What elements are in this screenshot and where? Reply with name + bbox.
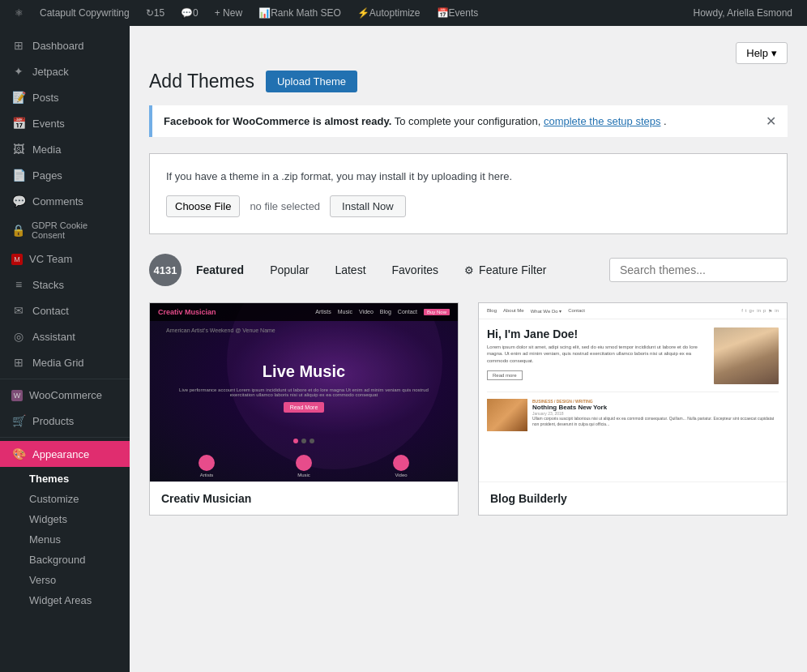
comments-icon: 💬 — [181, 7, 193, 19]
notice-text: Facebook for WooCommerce is almost ready… — [164, 115, 667, 127]
rankmath-button[interactable]: 📊 Rank Math SEO — [250, 0, 349, 26]
sidebar-sub-customize[interactable]: Customize — [0, 489, 130, 509]
notice-close-button[interactable]: ✕ — [766, 113, 776, 129]
sidebar-item-label: Events — [32, 118, 65, 130]
sidebar-item-appearance[interactable]: 🎨 Appearance — [0, 441, 130, 467]
filter-tab-popular[interactable]: Popular — [258, 257, 320, 283]
gear-icon: ⚙ — [464, 264, 474, 276]
sidebar-item-media[interactable]: 🖼 Media — [0, 136, 130, 162]
notice-bar: Facebook for WooCommerce is almost ready… — [149, 105, 788, 137]
sidebar-item-label: GDPR Cookie Consent — [32, 220, 118, 240]
updates-icon: ↻ — [146, 7, 154, 19]
theme1-name: Creativ Musician — [161, 492, 446, 505]
sidebar-item-vcteam[interactable]: M VC Team — [0, 246, 130, 272]
sidebar-sub-menus[interactable]: Menus — [0, 529, 130, 550]
theme-card-creativ-musician[interactable]: Creativ Musician ArtistsMusicVideoBlogCo… — [149, 302, 459, 516]
install-now-button[interactable]: Install Now — [330, 195, 406, 217]
rankmath-icon: 📊 — [258, 7, 271, 19]
dashboard-icon: ⊞ — [11, 39, 26, 52]
autoptimize-icon: ⚡ — [357, 7, 369, 19]
wp-logo-icon[interactable]: ⚛ — [6, 0, 32, 26]
sidebar-item-label: WooCommerce — [29, 389, 102, 401]
main-content: Help ▾ Add Themes Upload Theme Facebook … — [130, 26, 807, 672]
sidebar-item-label: Assistant — [32, 331, 75, 343]
sidebar-item-contact[interactable]: ✉ Contact — [0, 297, 130, 323]
search-themes-input[interactable] — [609, 258, 788, 282]
theme1-preview: Creativ Musician ArtistsMusicVideoBlogCo… — [150, 303, 458, 482]
contact-icon: ✉ — [11, 304, 26, 317]
file-upload-row: Choose File no file selected Install Now — [166, 195, 771, 217]
sidebar-item-assistant[interactable]: ◎ Assistant — [0, 323, 130, 349]
comments-button[interactable]: 💬 0 — [173, 0, 207, 26]
appearance-submenu: Themes Customize Widgets Menus Backgroun… — [0, 469, 130, 610]
appearance-icon: 🎨 — [11, 447, 26, 460]
sidebar-item-woocommerce[interactable]: W WooCommerce — [0, 383, 130, 408]
theme-grid: Creativ Musician ArtistsMusicVideoBlogCo… — [149, 302, 788, 516]
mediagrid-icon: ⊞ — [11, 356, 26, 369]
site-name[interactable]: Catapult Copywriting — [32, 0, 138, 26]
page-wrapper: ⊞ Dashboard ✦ Jetpack 📝 Posts 📅 Events 🖼… — [0, 26, 807, 672]
stacks-icon: ≡ — [11, 278, 26, 291]
theme2-name: Blog Builderly — [490, 492, 775, 505]
sidebar-item-label: Contact — [32, 305, 69, 317]
adminbar-right: Howdy, Ariella Esmond — [685, 0, 801, 26]
sidebar-item-label: Media — [32, 143, 61, 156]
sidebar-item-comments[interactable]: 💬 Comments — [0, 188, 130, 214]
filter-tab-latest[interactable]: Latest — [323, 257, 377, 283]
sidebar-sub-verso[interactable]: Verso — [0, 570, 130, 590]
sidebar-item-label: Products — [32, 415, 74, 427]
events-button[interactable]: 📅 Events — [429, 0, 487, 26]
howdy-user[interactable]: Howdy, Ariella Esmond — [685, 0, 801, 26]
sidebar-item-pages[interactable]: 📄 Pages — [0, 162, 130, 188]
theme1-footer: Creativ Musician — [150, 482, 458, 515]
upload-hint: If you have a theme in a .zip format, yo… — [166, 170, 771, 182]
page-header: Add Themes Upload Theme — [149, 71, 788, 92]
upload-theme-button[interactable]: Upload Theme — [266, 71, 357, 92]
sidebar-item-label: Stacks — [32, 279, 64, 291]
sidebar: ⊞ Dashboard ✦ Jetpack 📝 Posts 📅 Events 🖼… — [0, 26, 130, 672]
sidebar-sub-widgets[interactable]: Widgets — [0, 509, 130, 529]
sidebar-sub-themes[interactable]: Themes — [0, 469, 130, 489]
sidebar-item-posts[interactable]: 📝 Posts — [0, 84, 130, 110]
filter-tab-featured[interactable]: Featured — [185, 257, 255, 283]
vcteam-icon: M — [11, 254, 23, 265]
sidebar-item-stacks[interactable]: ≡ Stacks — [0, 272, 130, 297]
theme-card-blog-builderly[interactable]: BlogAbout MeWhat We Do ▾Contact ftg+inp⚑… — [478, 302, 788, 516]
sidebar-item-dashboard[interactable]: ⊞ Dashboard — [0, 32, 130, 58]
sidebar-item-label: Pages — [32, 169, 62, 182]
choose-file-button[interactable]: Choose File — [166, 195, 240, 217]
events-icon: 📅 — [437, 7, 449, 19]
sidebar-item-gdpr[interactable]: 🔒 GDPR Cookie Consent — [0, 214, 130, 246]
help-button[interactable]: Help ▾ — [736, 42, 788, 64]
sidebar-item-label: Comments — [32, 195, 83, 208]
upload-section: If you have a theme in a .zip format, yo… — [149, 153, 788, 234]
sidebar-sub-background[interactable]: Background — [0, 550, 130, 570]
updates-button[interactable]: ↻ 15 — [138, 0, 173, 26]
autoptimize-button[interactable]: ⚡ Autoptimize — [349, 0, 429, 26]
sidebar-item-jetpack[interactable]: ✦ Jetpack — [0, 58, 130, 84]
products-icon: 🛒 — [11, 414, 26, 427]
theme2-footer: Blog Builderly — [479, 482, 787, 515]
theme-filters: 4131 Featured Popular Latest Favorites ⚙… — [149, 254, 788, 286]
gdpr-icon: 🔒 — [11, 224, 25, 237]
sidebar-item-label: VC Team — [29, 253, 72, 265]
sidebar-sub-widget-areas[interactable]: Widget Areas — [0, 590, 130, 610]
assistant-icon: ◎ — [11, 330, 26, 343]
sidebar-item-label: Posts — [32, 92, 59, 104]
sidebar-item-products[interactable]: 🛒 Products — [0, 408, 130, 434]
sidebar-item-events[interactable]: 📅 Events — [0, 110, 130, 136]
comments-icon: 💬 — [11, 195, 26, 208]
admin-bar: ⚛ Catapult Copywriting ↻ 15 💬 0 + New 📊 … — [0, 0, 807, 26]
pages-icon: 📄 — [11, 169, 26, 182]
sidebar-item-mediagrid[interactable]: ⊞ Media Grid — [0, 349, 130, 375]
posts-icon: 📝 — [11, 91, 26, 104]
theme-count-badge: 4131 — [149, 254, 181, 286]
notice-link[interactable]: complete the setup steps — [544, 115, 661, 127]
new-content-button[interactable]: + New — [207, 0, 250, 26]
no-file-label: no file selected — [250, 200, 320, 212]
jetpack-icon: ✦ — [11, 65, 26, 78]
sidebar-item-label: Appearance — [32, 448, 89, 460]
filter-tab-favorites[interactable]: Favorites — [381, 257, 450, 283]
sidebar-item-label: Dashboard — [32, 40, 84, 52]
feature-filter-button[interactable]: ⚙ Feature Filter — [453, 257, 557, 283]
